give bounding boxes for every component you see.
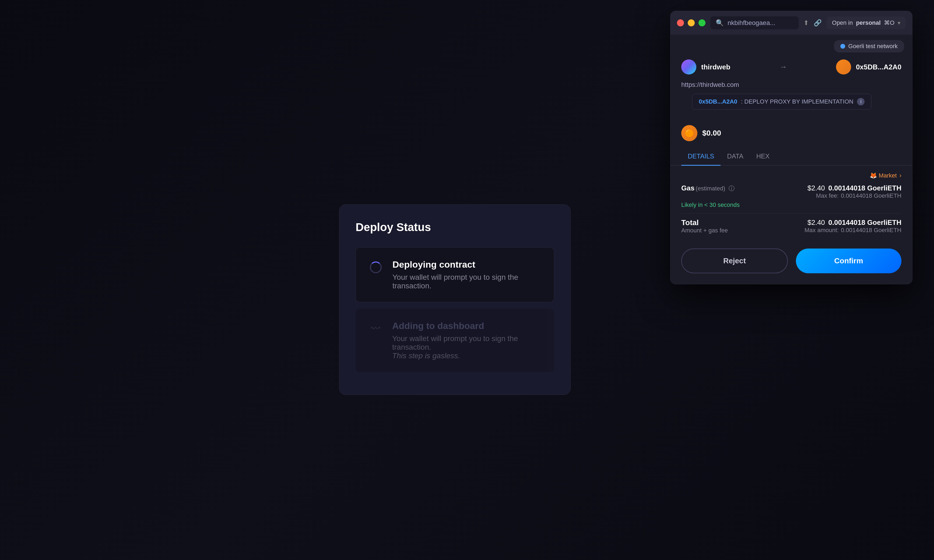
network-badge: Goerli test network [834, 40, 904, 52]
total-main-value: $2.40 0.00144018 GoerliETH [805, 218, 902, 227]
gas-info-icon[interactable]: ⓘ [729, 185, 735, 192]
deploy-step-1-content: Deploying contract Your wallet will prom… [393, 259, 541, 290]
total-sub-label: Amount + gas fee [681, 227, 728, 234]
deploy-step-2-title: Adding to dashboard [392, 321, 541, 331]
deploy-step-2: 〰 Adding to dashboard Your wallet will p… [356, 309, 554, 372]
total-values: $2.40 0.00144018 GoerliETH Max amount: 0… [805, 218, 902, 234]
bar-actions: ⬆ 🔗 Open in personal ⌘O ▾ [803, 17, 906, 29]
search-icon: 🔍 [716, 19, 724, 27]
gas-fee-secondary: Max fee: 0.00144018 GoerliETH [808, 192, 902, 199]
popup-content: Goerli test network thirdweb → 0x5DB...A… [670, 35, 912, 284]
from-avatar [681, 60, 696, 74]
address-text: nkbihfbeogaea... [727, 19, 793, 27]
address-bar: 🔍 nkbihfbeogaea... [711, 16, 798, 29]
total-row: Total Amount + gas fee $2.40 0.00144018 … [681, 218, 902, 234]
deploy-step-1-icon [369, 260, 383, 274]
to-avatar [836, 60, 851, 74]
deploy-step-2-icon: 〰 [368, 322, 382, 336]
deploy-step-1: Deploying contract Your wallet will prom… [356, 247, 554, 302]
tab-data[interactable]: DATA [721, 148, 750, 166]
total-label-group: Total Amount + gas fee [681, 218, 728, 234]
total-label: Total [681, 218, 728, 227]
reject-button[interactable]: Reject [681, 249, 788, 273]
wallet-popup: 🔍 nkbihfbeogaea... ⬆ 🔗 Open in personal … [670, 11, 912, 284]
browser-bar: 🔍 nkbihfbeogaea... ⬆ 🔗 Open in personal … [670, 11, 912, 35]
from-account: thirdweb [681, 60, 730, 74]
eth-coin-icon: 🟠 [681, 125, 697, 141]
contract-badge: 0x5DB...A2A0 : DEPLOY PROXY BY IMPLEMENT… [692, 94, 871, 109]
eth-usd-value: $0.00 [702, 129, 721, 137]
total-usd: $2.40 [808, 218, 825, 226]
gas-fee-row: Gas (estimated) ⓘ $2.40 0.00144018 Goerl… [681, 184, 902, 199]
gas-fee-main-value: $2.40 0.00144018 GoerliETH [808, 184, 902, 192]
gas-eth: 0.00144018 GoerliETH [828, 184, 902, 192]
export-icon[interactable]: ⬆ [803, 19, 809, 27]
max-fee-label: Max fee: [816, 192, 839, 199]
to-account-address: 0x5DB...A2A0 [856, 63, 902, 71]
confirm-button[interactable]: Confirm [796, 249, 902, 273]
network-dot [840, 44, 845, 49]
open-in-wallet-name: personal [856, 19, 881, 26]
popup-url: https://thirdweb.com [670, 81, 912, 94]
minimize-traffic-light[interactable] [688, 19, 695, 26]
open-in-button[interactable]: Open in personal ⌘O ▾ [827, 17, 906, 29]
total-secondary: Max amount: 0.00144018 GoerliETH [805, 227, 902, 234]
network-name: Goerli test network [848, 43, 898, 50]
link-icon[interactable]: 🔗 [814, 19, 822, 27]
deploy-step-1-title: Deploying contract [393, 259, 541, 270]
deploy-status-modal: Deploy Status Deploying contract Your wa… [339, 205, 570, 395]
tab-details[interactable]: DETAILS [681, 148, 721, 166]
traffic-lights [677, 19, 706, 26]
contract-label: : DEPLOY PROXY BY IMPLEMENTATION [741, 98, 853, 105]
gas-estimated-label: (estimated) [696, 185, 725, 192]
eth-value-row: 🟠 $0.00 [670, 122, 912, 148]
wave-icon: 〰 [371, 323, 380, 334]
tab-hex[interactable]: HEX [750, 148, 776, 166]
deploy-modal-title: Deploy Status [356, 221, 554, 234]
chevron-right-icon: › [900, 172, 902, 179]
transfer-arrow-icon: → [780, 63, 787, 71]
deploy-step-2-description: Your wallet will prompt you to sign the … [392, 334, 541, 352]
estimated-time-row: Likely in < 30 seconds [681, 202, 902, 208]
divider [681, 213, 902, 214]
gas-label: Gas [681, 184, 694, 192]
from-account-name: thirdweb [701, 63, 730, 71]
info-icon[interactable]: i [857, 98, 865, 105]
open-in-label: Open in [832, 19, 853, 26]
popup-actions: Reject Confirm [670, 240, 912, 284]
deploy-step-2-gasless: This step is gasless. [392, 352, 541, 360]
max-amount-value: 0.00144018 GoerliETH [841, 227, 902, 234]
close-traffic-light[interactable] [677, 19, 684, 26]
from-to-row: thirdweb → 0x5DB...A2A0 [670, 55, 912, 81]
contract-address: 0x5DB...A2A0 [699, 98, 737, 105]
network-bar: Goerli test network [670, 35, 912, 55]
estimated-time: Likely in < 30 seconds [681, 202, 740, 208]
gas-usd: $2.40 [808, 184, 825, 192]
max-amount-label: Max amount: [805, 227, 839, 234]
popup-tabs: DETAILS DATA HEX [670, 148, 912, 166]
contract-badge-wrapper: 0x5DB...A2A0 : DEPLOY PROXY BY IMPLEMENT… [670, 94, 912, 122]
loading-spinner [370, 262, 382, 273]
gas-fee-values: $2.40 0.00144018 GoerliETH Max fee: 0.00… [808, 184, 902, 199]
chevron-down-icon: ▾ [898, 20, 900, 26]
details-section: 🦊 Market › Gas (estimated) ⓘ $2.40 0.001… [670, 166, 912, 240]
to-account: 0x5DB...A2A0 [836, 60, 902, 74]
market-link[interactable]: 🦊 Market [870, 172, 897, 179]
total-eth: 0.00144018 GoerliETH [828, 218, 902, 226]
deploy-step-2-content: Adding to dashboard Your wallet will pro… [392, 321, 541, 360]
open-in-shortcut: ⌘O [884, 19, 894, 26]
market-row: 🦊 Market › [681, 172, 902, 179]
maximize-traffic-light[interactable] [698, 19, 706, 26]
deploy-step-1-description: Your wallet will prompt you to sign the … [393, 273, 541, 290]
gas-label-group: Gas (estimated) ⓘ [681, 184, 735, 192]
max-fee-value: 0.00144018 GoerliETH [841, 192, 902, 199]
